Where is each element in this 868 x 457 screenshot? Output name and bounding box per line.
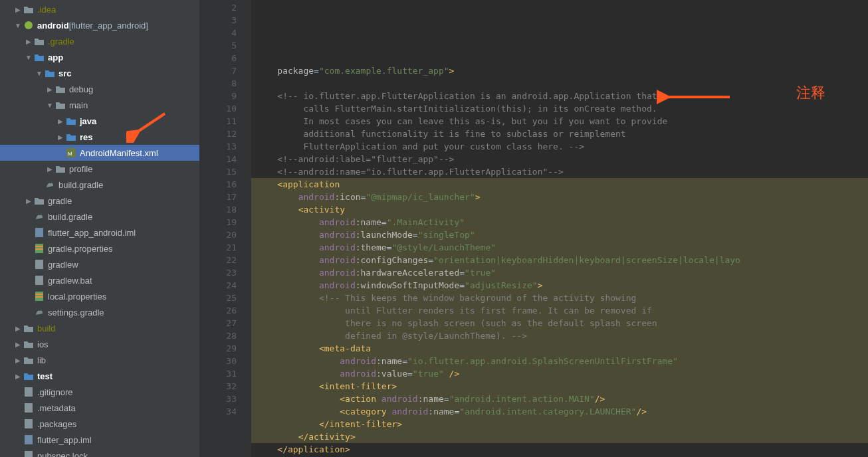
tree-item-androidmanifest-xml[interactable]: MAndroidManifest.xml xyxy=(0,145,199,161)
tree-item-app[interactable]: ▼app xyxy=(0,49,199,65)
tree-arrow-icon[interactable]: ▶ xyxy=(24,38,33,45)
tree-item-label: profile xyxy=(69,164,92,174)
props-icon xyxy=(33,292,45,301)
tree-item-res[interactable]: ▶res xyxy=(0,129,199,145)
code-line[interactable]: FlutterApplication and put your custom c… xyxy=(251,140,868,153)
code-editor[interactable]: 2345678910111213141516171819202122232425… xyxy=(199,0,868,457)
code-line[interactable] xyxy=(251,77,868,90)
folder-icon xyxy=(33,197,45,205)
tree-arrow-icon[interactable]: ▶ xyxy=(13,357,23,364)
tree-arrow-icon[interactable]: ▼ xyxy=(45,102,54,109)
project-tree[interactable]: ▶.idea▼android [flutter_app_android]▶.gr… xyxy=(0,0,199,457)
tree-item-settings-gradle[interactable]: settings.gradle xyxy=(0,304,199,320)
tree-arrow-icon[interactable]: ▶ xyxy=(24,197,33,205)
code-line[interactable]: android:configChanges="orientation|keybo… xyxy=(251,254,868,266)
tree-item-main[interactable]: ▼main xyxy=(0,97,199,113)
code-line[interactable]: <!--android:name="io.flutter.app.Flutter… xyxy=(251,165,868,178)
tree-arrow-icon[interactable]: ▶ xyxy=(45,86,54,93)
tree-item-ios[interactable]: ▶ios xyxy=(0,336,199,352)
tree-item-gradle-properties[interactable]: gradle.properties xyxy=(0,240,199,256)
svg-rect-3 xyxy=(35,228,43,237)
code-line[interactable]: until Flutter renders its first frame. I… xyxy=(251,304,868,317)
code-line[interactable]: <category android:name="android.intent.c… xyxy=(251,405,868,418)
tree-item-android[interactable]: ▼android [flutter_app_android] xyxy=(0,17,199,33)
code-line[interactable]: <activity xyxy=(251,203,868,216)
tree-item-lib[interactable]: ▶lib xyxy=(0,352,199,368)
code-area[interactable]: 注释 package="com.example.flutter_app"> <!… xyxy=(251,0,868,457)
tree-item-build[interactable]: ▶build xyxy=(0,320,199,336)
code-line[interactable]: <application xyxy=(251,178,868,191)
code-line[interactable]: android:icon="@mipmap/ic_launcher"> xyxy=(251,191,868,203)
tree-item--gitignore[interactable]: .gitignore xyxy=(0,384,199,400)
tree-arrow-icon[interactable]: ▶ xyxy=(13,341,23,348)
code-line[interactable]: <!--android:label="flutter_app"--> xyxy=(251,153,868,165)
code-line[interactable]: android:name="io.flutter.app.android.Spl… xyxy=(251,355,868,367)
line-number: 22 xyxy=(199,254,237,266)
line-number: 4 xyxy=(199,27,237,39)
tree-item-gradlew[interactable]: gradlew xyxy=(0,256,199,272)
tree-item-label: gradle xyxy=(48,196,72,206)
tree-arrow-icon[interactable]: ▶ xyxy=(45,165,54,173)
tree-arrow-icon[interactable]: ▶ xyxy=(56,134,65,141)
tree-arrow-icon[interactable]: ▶ xyxy=(13,373,23,380)
tree-item-test[interactable]: ▶test xyxy=(0,368,199,384)
tree-item--metadata[interactable]: .metadata xyxy=(0,400,199,416)
code-line[interactable]: calls FlutterMain.startInitialization(th… xyxy=(251,102,868,115)
code-line[interactable]: package="com.example.flutter_app"> xyxy=(251,64,868,77)
tree-item-build-gradle[interactable]: build.gradle xyxy=(0,209,199,225)
line-number: 17 xyxy=(199,191,237,203)
file-icon xyxy=(23,451,35,457)
code-line[interactable]: android:theme="@style/LaunchTheme" xyxy=(251,241,868,254)
tree-arrow-icon[interactable]: ▼ xyxy=(24,54,33,61)
code-line[interactable]: android:name=".MainActivity" xyxy=(251,216,868,228)
tree-arrow-icon[interactable]: ▶ xyxy=(13,6,23,13)
tree-item-label: src xyxy=(58,68,72,78)
tree-item-gradlew-bat[interactable]: gradlew.bat xyxy=(0,272,199,288)
code-line[interactable]: </intent-filter> xyxy=(251,418,868,430)
tree-arrow-icon[interactable]: ▼ xyxy=(13,22,23,29)
tree-item-flutter-app-iml[interactable]: flutter_app.iml xyxy=(0,432,199,448)
line-number: 24 xyxy=(199,279,237,292)
svg-rect-14 xyxy=(25,419,33,428)
tree-item--gradle[interactable]: ▶.gradle xyxy=(0,33,199,49)
code-line[interactable]: <!-- This keeps the window background of… xyxy=(251,292,868,304)
line-number: 20 xyxy=(199,228,237,241)
code-line[interactable]: additional functionality it is fine to s… xyxy=(251,128,868,140)
code-line[interactable]: defined in @style/LaunchTheme). --> xyxy=(251,329,868,342)
tree-item-debug[interactable]: ▶debug xyxy=(0,81,199,97)
tree-item-java[interactable]: ▶java xyxy=(0,113,199,129)
tree-item-profile[interactable]: ▶profile xyxy=(0,161,199,177)
tree-item-local-properties[interactable]: local.properties xyxy=(0,288,199,304)
tree-item-pubspec-lock[interactable]: pubspec.lock xyxy=(0,448,199,457)
line-number: 14 xyxy=(199,153,237,165)
tree-item-gradle[interactable]: ▶gradle xyxy=(0,193,199,209)
tree-item--packages[interactable]: .packages xyxy=(0,416,199,432)
code-line[interactable]: android:hardwareAccelerated="true" xyxy=(251,266,868,279)
tree-item-label: app xyxy=(48,52,63,62)
code-line[interactable]: there is no splash screen (such as the d… xyxy=(251,317,868,329)
iml-icon xyxy=(23,435,35,444)
line-number: 33 xyxy=(199,393,237,405)
tree-item-src[interactable]: ▼src xyxy=(0,65,199,81)
code-line[interactable]: <intent-filter> xyxy=(251,380,868,393)
tree-item-label: local.properties xyxy=(48,292,106,302)
tree-arrow-icon[interactable]: ▼ xyxy=(35,70,44,77)
code-line[interactable]: android:windowSoftInputMode="adjustResiz… xyxy=(251,279,868,292)
tree-item-label: main xyxy=(69,100,88,110)
code-line[interactable]: <!-- io.flutter.app.FlutterApplication i… xyxy=(251,90,868,102)
svg-text:M: M xyxy=(68,151,72,157)
tree-arrow-icon[interactable]: ▶ xyxy=(13,325,23,332)
code-line[interactable]: android:launchMode="singleTop" xyxy=(251,228,868,241)
tree-item-build-gradle[interactable]: build.gradle xyxy=(0,177,199,193)
tree-item-flutter-app-android-iml[interactable]: flutter_app_android.iml xyxy=(0,225,199,240)
code-line[interactable]: </activity> xyxy=(251,430,868,443)
code-line[interactable]: In most cases you can leave this as-is, … xyxy=(251,115,868,128)
code-line[interactable]: <meta-data xyxy=(251,342,868,355)
file-icon xyxy=(23,387,35,397)
tree-arrow-icon[interactable]: ▶ xyxy=(56,118,65,125)
code-line[interactable]: <action android:name="android.intent.act… xyxy=(251,393,868,405)
code-line[interactable]: android:value="true" /> xyxy=(251,367,868,380)
tree-item-label: .gradle xyxy=(48,37,74,46)
code-line[interactable]: </application> xyxy=(251,443,868,456)
tree-item--idea[interactable]: ▶.idea xyxy=(0,1,199,17)
